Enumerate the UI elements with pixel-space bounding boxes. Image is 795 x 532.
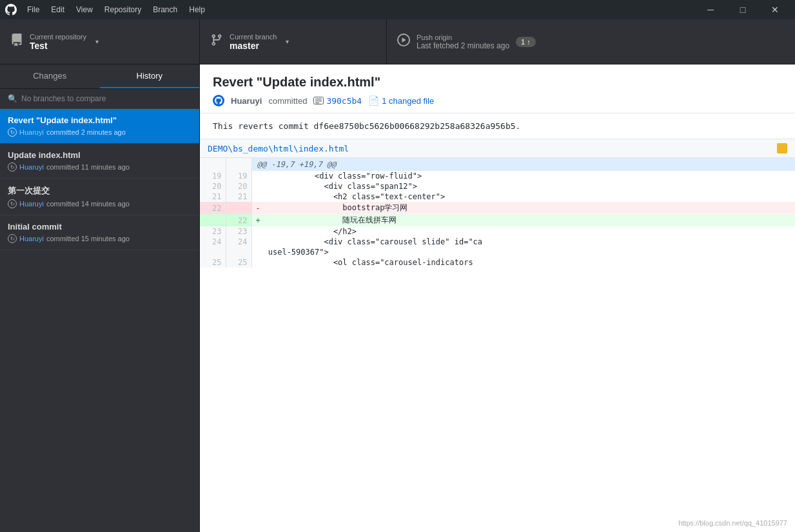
line-sign — [251, 237, 264, 247]
diff-content: 随玩在线拼车网 — [264, 214, 795, 226]
hash-icon — [313, 97, 324, 104]
search-icon: 🔍 — [8, 94, 17, 103]
line-sign — [251, 226, 264, 237]
diff-content: <div class="row-fluid"> — [264, 171, 795, 181]
minimize-button[interactable]: ─ — [696, 0, 725, 19]
maximize-button[interactable]: □ — [728, 0, 758, 19]
changed-file-text: 1 changed file — [382, 96, 434, 106]
list-item[interactable]: Initial commit ↻ Huaruyi committed 15 mi… — [0, 215, 199, 250]
new-linenum: 21 — [226, 192, 251, 202]
menu-file[interactable]: File — [22, 4, 44, 15]
line-sign: + — [251, 214, 264, 226]
new-linenum — [226, 247, 251, 257]
table-row: 24 24 <div class="carousel slide" id="ca — [200, 237, 795, 247]
line-sign: - — [251, 202, 264, 214]
line-sign — [251, 247, 264, 257]
menu-repository[interactable]: Repository — [99, 4, 146, 15]
commit-title: 第一次提交 — [8, 185, 191, 197]
commit-title: Revert "Update index.html" — [8, 115, 191, 125]
commit-title: Initial commit — [8, 222, 191, 232]
hunk-linenum-old — [200, 158, 226, 171]
old-linenum: 21 — [200, 192, 226, 202]
push-icon — [397, 34, 410, 50]
push-label: Push origin — [417, 34, 509, 41]
menu-view[interactable]: View — [71, 4, 98, 15]
line-sign — [251, 171, 264, 181]
new-linenum: 20 — [226, 181, 251, 192]
sidebar-tabs: Changes History — [0, 64, 199, 89]
push-badge: 1 ↑ — [516, 37, 536, 47]
no-branches-bar: 🔍 No branches to compare — [0, 89, 199, 109]
changed-file-badge: 📄 1 changed file — [368, 95, 434, 106]
content-title: Revert "Update index.html" — [213, 75, 782, 90]
commit-author: Huaruyi — [19, 163, 44, 171]
repo-dropdown-icon: ▾ — [95, 38, 99, 45]
diff-file-path: DEMO\bs_demo\html\index.html — [208, 144, 349, 153]
old-linenum — [200, 247, 226, 257]
commit-sync-icon: ↻ — [8, 163, 17, 172]
commit-author: Huaruyi — [19, 128, 44, 136]
diff-hunk-header: @@ -19,7 +19,7 @@ — [200, 158, 795, 171]
diff-content: </h2> — [264, 226, 795, 237]
author-avatar — [213, 95, 224, 106]
commit-hash-section: 390c5b4 — [313, 96, 362, 106]
hunk-linenum-new — [226, 158, 251, 171]
commit-meta: ↻ Huaruyi committed 2 minutes ago — [8, 128, 191, 137]
repo-section[interactable]: Current repository Test ▾ — [0, 19, 200, 64]
commit-author: Huaruyi — [19, 235, 44, 242]
author-action: committed — [268, 96, 307, 106]
push-section[interactable]: Push origin Last fetched 2 minutes ago 1… — [387, 19, 795, 64]
old-linenum: 23 — [200, 226, 226, 237]
branch-section[interactable]: Current branch master ▾ — [200, 19, 387, 64]
diff-area[interactable]: DEMO\bs_demo\html\index.html @@ -19,7 +1… — [200, 139, 795, 532]
title-bar-left: File Edit View Repository Branch Help — [5, 4, 210, 15]
old-linenum: 24 — [200, 237, 226, 247]
old-linenum: 22 — [200, 202, 226, 214]
table-row: 22 - bootstrap学习网 — [200, 202, 795, 214]
commit-meta: ↻ Huaruyi committed 14 minutes ago — [8, 199, 191, 208]
list-item[interactable]: 第一次提交 ↻ Huaruyi committed 14 minutes ago — [0, 179, 199, 215]
new-linenum: 24 — [226, 237, 251, 247]
new-linenum: 25 — [226, 257, 251, 268]
new-linenum: 22 — [226, 214, 251, 226]
hunk-header-text: @@ -19,7 +19,7 @@ — [251, 158, 795, 171]
list-item[interactable]: Revert "Update index.html" ↻ Huaruyi com… — [0, 109, 199, 144]
new-linenum: 19 — [226, 171, 251, 181]
table-row: usel-590367"> — [200, 247, 795, 257]
toolbar: Current repository Test ▾ Current branch… — [0, 19, 795, 64]
old-linenum: 19 — [200, 171, 226, 181]
no-branches-text: No branches to compare — [21, 94, 106, 103]
table-row: 22 + 随玩在线拼车网 — [200, 214, 795, 226]
watermark: https://blog.csdn.net/qq_41015977 — [678, 519, 787, 527]
new-linenum — [226, 202, 251, 214]
github-icon — [5, 4, 17, 15]
branch-value: master — [230, 41, 277, 51]
old-linenum: 20 — [200, 181, 226, 192]
old-linenum — [200, 214, 226, 226]
table-row: 25 25 <ol class="carousel-indicators — [200, 257, 795, 268]
author-name: Huaruyi — [231, 96, 262, 106]
branch-label: Current branch — [230, 33, 277, 41]
new-linenum: 23 — [226, 226, 251, 237]
commit-time: committed 11 minutes ago — [46, 163, 130, 171]
old-linenum: 25 — [200, 257, 226, 268]
title-bar: File Edit View Repository Branch Help ─ … — [0, 0, 795, 19]
menu-branch[interactable]: Branch — [148, 4, 182, 15]
list-item[interactable]: Update index.html ↻ Huaruyi committed 11… — [0, 144, 199, 179]
close-button[interactable]: ✕ — [760, 0, 790, 19]
commit-meta: ↻ Huaruyi committed 11 minutes ago — [8, 163, 191, 172]
diff-file-icon — [777, 143, 787, 153]
diff-file-header: DEMO\bs_demo\html\index.html — [200, 139, 795, 158]
content-header: Revert "Update index.html" Huaruyi commi… — [200, 64, 795, 113]
table-row: 21 21 <h2 class="text-center"> — [200, 192, 795, 202]
menu-edit[interactable]: Edit — [46, 4, 70, 15]
commit-time: committed 14 minutes ago — [46, 200, 130, 208]
diff-content: <div class="span12"> — [264, 181, 795, 192]
tab-history[interactable]: History — [100, 64, 200, 88]
repo-label: Current repository — [30, 33, 86, 41]
branch-icon — [210, 34, 223, 50]
commit-time: committed 2 minutes ago — [46, 128, 126, 136]
tab-changes[interactable]: Changes — [0, 64, 100, 88]
menu-help[interactable]: Help — [184, 4, 210, 15]
repo-icon — [10, 34, 23, 50]
